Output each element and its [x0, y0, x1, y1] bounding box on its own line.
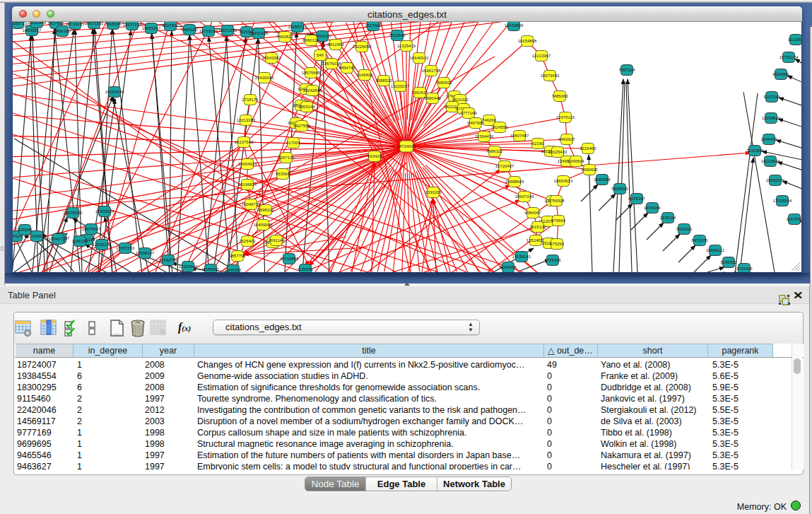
- svg-text:11156829: 11156829: [28, 234, 46, 238]
- svg-text:10654112: 10654112: [706, 248, 725, 252]
- svg-text:417006: 417006: [286, 141, 301, 145]
- svg-text:12093822: 12093822: [762, 116, 781, 120]
- svg-text:10853267: 10853267: [23, 28, 42, 33]
- svg-text:16640910: 16640910: [410, 56, 429, 60]
- svg-text:5938923: 5938923: [611, 187, 628, 191]
- svg-text:20691406: 20691406: [28, 22, 47, 25]
- svg-text:8660124: 8660124: [302, 38, 319, 42]
- svg-text:746266: 746266: [482, 118, 497, 122]
- svg-text:15751074: 15751074: [779, 55, 799, 59]
- svg-text:10671355: 10671355: [218, 28, 237, 33]
- svg-text:9115460: 9115460: [580, 146, 597, 151]
- svg-text:12213383: 12213383: [237, 118, 256, 122]
- svg-text:6466160: 6466160: [181, 28, 198, 32]
- svg-text:12213967: 12213967: [532, 54, 551, 58]
- svg-text:15692971: 15692971: [766, 178, 785, 182]
- svg-text:3624554: 3624554: [491, 125, 508, 129]
- svg-text:13226058: 13226058: [353, 45, 372, 49]
- svg-text:3267130: 3267130: [278, 156, 295, 160]
- svg-text:7986322: 7986322: [486, 149, 503, 153]
- svg-text:7632621: 7632621: [676, 227, 693, 231]
- svg-text:16107563: 16107563: [235, 140, 254, 144]
- svg-text:1588520: 1588520: [375, 78, 392, 83]
- svg-text:9084067: 9084067: [524, 211, 541, 215]
- svg-text:16210643: 16210643: [761, 159, 780, 163]
- svg-text:1362615: 1362615: [411, 90, 428, 95]
- svg-text:20691406: 20691406: [249, 31, 269, 35]
- svg-text:1691144: 1691144: [269, 238, 286, 243]
- svg-text:1527602: 1527602: [162, 23, 179, 28]
- svg-text:12505135: 12505135: [93, 243, 112, 247]
- svg-text:10719155: 10719155: [199, 29, 218, 33]
- svg-text:8912954: 8912954: [327, 42, 344, 47]
- svg-text:10543382: 10543382: [262, 56, 281, 60]
- svg-text:546: 546: [317, 53, 324, 57]
- svg-text:16033809: 16033809: [505, 23, 524, 28]
- svg-text:18607249: 18607249: [515, 194, 534, 199]
- svg-text:1640954: 1640954: [594, 177, 611, 182]
- svg-text:9463627: 9463627: [558, 137, 575, 141]
- svg-text:20206556: 20206556: [64, 211, 83, 215]
- svg-text:933426: 933426: [367, 154, 382, 158]
- svg-text:975694: 975694: [551, 218, 566, 223]
- svg-text:10958107: 10958107: [136, 251, 155, 255]
- svg-text:21364436: 21364436: [475, 134, 494, 139]
- svg-text:19654923: 19654923: [554, 179, 573, 183]
- svg-text:2803144: 2803144: [298, 105, 315, 109]
- svg-text:16046738: 16046738: [242, 202, 261, 206]
- svg-text:1112954: 1112954: [788, 37, 801, 42]
- svg-text:8990448: 8990448: [424, 96, 441, 100]
- svg-text:6466160: 6466160: [54, 29, 71, 33]
- svg-text:3698222: 3698222: [257, 208, 274, 212]
- svg-text:10671355: 10671355: [85, 22, 104, 25]
- svg-text:1167533: 1167533: [787, 217, 801, 221]
- svg-text:7357224: 7357224: [618, 68, 635, 72]
- svg-text:2718176: 2718176: [242, 98, 259, 102]
- svg-text:9529996: 9529996: [772, 72, 789, 76]
- svg-text:7515546: 7515546: [389, 33, 406, 37]
- svg-text:1733426: 1733426: [544, 258, 561, 262]
- svg-text:9245652: 9245652: [225, 268, 242, 272]
- svg-text:11325419: 11325419: [397, 44, 416, 48]
- svg-text:2935114: 2935114: [660, 216, 677, 220]
- svg-text:18724007: 18724007: [397, 144, 416, 148]
- svg-text:62160: 62160: [532, 141, 544, 146]
- svg-text:20053346: 20053346: [105, 90, 124, 94]
- svg-text:16961758: 16961758: [422, 69, 441, 73]
- svg-text:1135061: 1135061: [17, 228, 34, 232]
- svg-text:7515546: 7515546: [105, 22, 122, 26]
- svg-text:18575685: 18575685: [302, 71, 321, 75]
- svg-text:1135061: 1135061: [298, 267, 314, 271]
- svg-text:1615132: 1615132: [529, 225, 546, 229]
- svg-text:1145194: 1145194: [72, 239, 89, 243]
- svg-text:12323446: 12323446: [179, 264, 198, 269]
- svg-text:1733426: 1733426: [736, 267, 753, 271]
- svg-text:15716485: 15716485: [280, 257, 299, 261]
- svg-text:8454749: 8454749: [339, 66, 355, 70]
- svg-text:10807487: 10807487: [510, 134, 529, 138]
- svg-text:7955812: 7955812: [435, 81, 452, 85]
- svg-text:16154808: 16154808: [518, 39, 537, 43]
- svg-text:2330203: 2330203: [425, 190, 442, 194]
- svg-text:10025433: 10025433: [548, 150, 567, 154]
- svg-text:10975867: 10975867: [82, 227, 101, 231]
- svg-text:13220237: 13220237: [391, 84, 410, 88]
- svg-text:8471676: 8471676: [691, 238, 708, 243]
- svg-text:7625402: 7625402: [239, 239, 256, 243]
- svg-text:9146821: 9146821: [356, 73, 373, 77]
- svg-text:15720407: 15720407: [495, 164, 514, 168]
- svg-text:453594: 453594: [276, 172, 290, 176]
- svg-text:6479197: 6479197: [628, 197, 645, 201]
- svg-text:7485063: 7485063: [551, 94, 568, 98]
- svg-text:9756928: 9756928: [548, 199, 565, 203]
- svg-text:9227349: 9227349: [763, 95, 780, 99]
- svg-text:23242848: 23242848: [303, 88, 322, 93]
- svg-text:9245652: 9245652: [720, 260, 737, 264]
- svg-text:9427552: 9427552: [293, 124, 310, 128]
- svg-text:24055721: 24055721: [13, 22, 28, 25]
- svg-text:19166827: 19166827: [238, 182, 257, 187]
- svg-text:975254: 975254: [550, 242, 565, 246]
- svg-text:9777169: 9777169: [460, 111, 477, 115]
- svg-text:17016504: 17016504: [773, 199, 792, 203]
- svg-text:24055721: 24055721: [288, 25, 307, 29]
